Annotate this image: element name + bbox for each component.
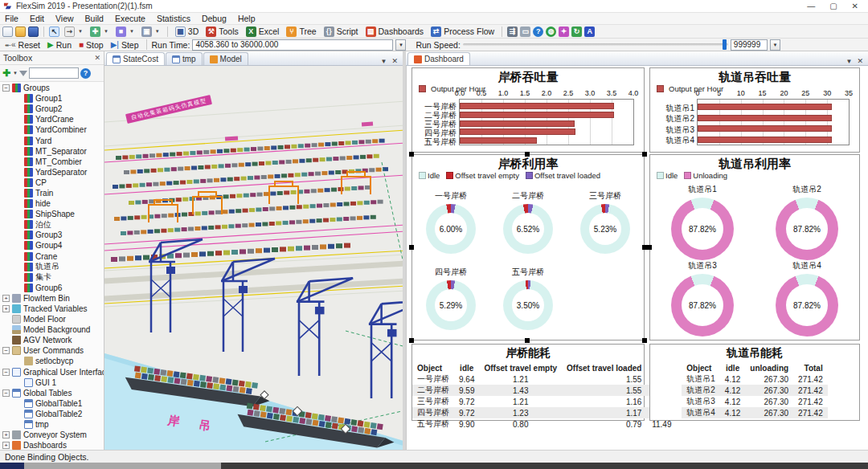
connect-mode-button[interactable]: ⇢▼ [62,26,85,38]
minimize-button[interactable]: — [807,2,815,10]
widget-rail-energy[interactable]: 轨道吊能耗ObjectidleunloadingTotal轨道吊14.12267… [649,344,860,421]
menu-view[interactable]: View [55,14,74,23]
toolbox-item-YardCrane[interactable]: +YardCrane [0,114,104,124]
dashboards-button[interactable]: ▤Dashboards [363,26,427,38]
toolbox-item-泊位[interactable]: +泊位 [0,219,104,230]
toolbox-item-FlowItem Bin[interactable]: +FlowItem Bin [0,293,104,304]
menu-edit[interactable]: Edit [30,14,44,23]
translate-icon[interactable]: A [584,27,595,37]
excel-button[interactable]: XExcel [244,26,282,38]
dash-tab-dropdown-icon[interactable]: ▼ [846,58,853,65]
tree-expander-icon[interactable]: + [2,431,10,438]
widget-rail-utilization[interactable]: 轨道吊利用率IdleUnloading轨道吊187.82%轨道吊287.82%轨… [649,154,860,341]
toolbox-item-GlobalTable1[interactable]: +GlobalTable1 [0,398,104,409]
toolbox-item-Group3[interactable]: +Group3 [0,230,104,240]
selection-handle[interactable] [525,338,530,343]
tree-expander-icon[interactable]: + [2,295,10,302]
tree-expander-icon[interactable]: + [2,305,10,312]
toolbox-item-Model Floor[interactable]: +Model Floor [0,314,104,324]
toolbox-item-setlocbycp[interactable]: +setlocbycp [0,356,104,366]
tree-expander-icon[interactable]: − [2,389,10,397]
toolbox-item-Group6[interactable]: +Group6 [0,283,104,293]
toolbox-add-dropdown[interactable]: ▼ [13,71,18,75]
window-layout-icon[interactable]: ▭ [520,27,530,37]
tree-button[interactable]: ⑂Tree [284,26,318,38]
selection-handle[interactable] [642,152,647,157]
menu-file[interactable]: File [5,14,18,23]
save-model-icon[interactable] [28,27,39,37]
tab-list-dropdown-icon[interactable]: ▼ [381,58,387,65]
step-button[interactable]: ▶|Step [108,39,141,51]
maximize-button[interactable]: ▢ [829,2,837,10]
toolbox-item-Dashboards[interactable]: +Dashboards [0,440,104,450]
tree-expander-icon[interactable]: + [2,442,10,449]
run-time-input[interactable]: 4058.360 to 36000.000 [192,39,393,51]
toolbox-item-Group4[interactable]: +Group4 [0,240,104,251]
flowchart-icon[interactable]: ⇶ [507,27,518,37]
script-button[interactable]: {}Script [321,26,361,38]
new-model-icon[interactable] [2,27,13,37]
toolbox-item-轨道吊[interactable]: +轨道吊 [0,262,104,272]
tree-expander-icon[interactable]: − [2,369,10,376]
close-button[interactable]: ✕ [852,2,858,10]
menu-execute[interactable]: Execute [115,14,145,23]
tab-statecost[interactable]: StateCost [106,52,165,65]
run-button[interactable]: ▶Run [45,39,74,51]
globe-icon[interactable]: ◍ [546,27,556,37]
dash-tab-close-icon[interactable]: ✕ [857,57,863,65]
open-model-icon[interactable] [15,27,26,37]
toolbox-item-tmp[interactable]: +tmp [0,419,104,430]
tab-close-icon[interactable]: ✕ [391,57,398,65]
toolbox-close-icon[interactable]: ✕ [94,54,100,62]
tree-expander-icon[interactable]: − [2,347,10,354]
widget-rail-throughput[interactable]: 轨道吊吞吐量Output per Hour05101520253035轨道吊1轨… [649,67,860,153]
selection-handle[interactable] [409,338,414,343]
tab-dashboard[interactable]: Dashboard [407,52,470,65]
menu-debug[interactable]: Debug [202,14,227,23]
widget-quay-utilization[interactable]: 岸桥利用率IdleOffset travel emptyOffset trave… [411,154,645,341]
filter-funnel-icon[interactable] [19,71,27,76]
tools-button[interactable]: ⚒Tools [203,26,241,38]
paint-mode-button[interactable]: ■▼ [113,26,137,38]
selection-handle[interactable] [409,152,414,157]
toolbox-item-Model Background[interactable]: +Model Background [0,324,104,335]
toolbox-item-User Commands[interactable]: −User Commands [0,345,104,356]
process-flow-button[interactable]: ⇄Process Flow [428,26,497,38]
stop-button[interactable]: ■Stop [76,39,106,51]
toolbox-add-button[interactable]: ✚ [2,67,10,79]
toolbox-item-集卡[interactable]: +集卡 [0,272,104,283]
run-speed-handle[interactable] [723,39,727,50]
toolbox-item-Tracked Variables[interactable]: +Tracked Variables [0,304,104,314]
tab-tmp[interactable]: tmp [166,52,203,65]
tree-expander-icon[interactable]: − [2,84,10,92]
wand-icon[interactable]: ✦ [559,27,569,37]
select-mode-icon[interactable]: ↖ [49,27,59,37]
toolbox-item-MT_Separator[interactable]: +MT_Separator [0,146,104,157]
widget-quay-throughput[interactable]: 岸桥吞吐量Output per Hour0.00.51.01.52.02.53.… [411,67,645,153]
menu-build[interactable]: Build [85,14,104,23]
selection-handle[interactable] [642,338,647,343]
run-time-dropdown[interactable]: ▼ [395,39,406,51]
toolbox-item-hide[interactable]: +hide [0,198,104,209]
toolbox-item-AGV Network[interactable]: +AGV Network [0,335,104,345]
toolbox-item-Conveyor System[interactable]: +Conveyor System [0,430,104,440]
toolbox-item-Graphical User Interfaces[interactable]: −Graphical User Interfaces [0,367,104,377]
excel-refresh-icon[interactable]: ↻ [571,27,582,37]
model-3d-view[interactable]: 岸 吊 自动化集装箱码头仿真模型 [104,66,403,450]
widget-quay-energy[interactable]: 岸桥能耗ObjectidleOffset travel emptyOffset … [411,344,645,421]
reset-button[interactable]: ⯬«Reset [2,39,43,51]
help-icon[interactable]: ? [533,27,543,37]
toolbox-item-Group2[interactable]: +Group2 [0,104,104,114]
run-speed-value[interactable]: 999999 [731,39,768,51]
toolbox-item-Crane[interactable]: +Crane [0,251,104,262]
menu-statistics[interactable]: Statistics [157,14,190,23]
view-mode-button[interactable]: ▣▼ [139,26,162,38]
run-speed-dropdown[interactable]: ▼ [770,39,780,51]
toolbox-item-GlobalTable2[interactable]: +GlobalTable2 [0,409,104,419]
run-speed-slider[interactable] [463,43,728,46]
menu-help[interactable]: Help [238,14,256,23]
toolbox-search-input[interactable] [29,67,79,79]
toolbox-item-Yard[interactable]: +Yard [0,135,104,145]
create-object-button[interactable]: ✚▼ [88,26,111,38]
selection-handle[interactable] [409,245,414,250]
